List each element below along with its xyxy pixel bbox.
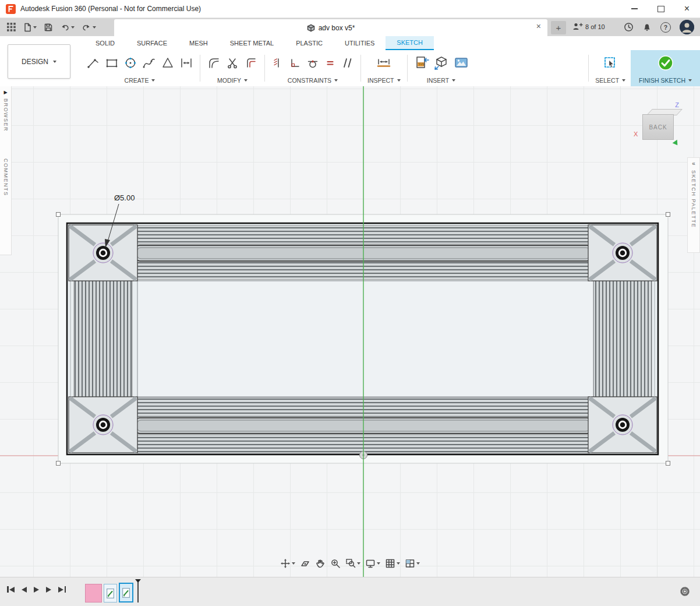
pan-hand-icon [315,558,326,569]
group-label-inspect[interactable]: INSPECT [367,75,401,85]
model-canvas[interactable]: Ø5.00 ▶ BROWSER COMMENTS « SKETCH PALETT… [0,86,700,577]
group-insert: SVG INSERT [409,50,474,86]
file-menu-button[interactable] [21,22,38,33]
perpendicular-constraint-icon[interactable] [289,57,302,69]
timeline-go-to-start-button[interactable] [7,586,15,593]
spline-tool-icon[interactable] [142,56,156,70]
trim-tool-icon[interactable] [225,56,239,70]
group-label-modify[interactable]: MODIFY [217,75,248,85]
insert-mesh-icon[interactable] [434,55,449,71]
offset-tool-icon[interactable] [244,56,258,70]
person-plus-icon [572,22,583,31]
sketch-palette-strip[interactable]: « SKETCH PALETTE [687,157,700,253]
frame-body[interactable] [67,223,658,455]
corner-bracket-bottom-left[interactable] [69,397,137,453]
equal-constraint-icon[interactable] [324,57,337,69]
measure-tool-icon[interactable] [376,56,391,70]
document-close-icon[interactable]: × [536,22,541,30]
maximize-button[interactable] [648,0,674,17]
window-controls: × [621,0,700,17]
app-grid-button[interactable] [5,22,17,33]
collaborators-badge[interactable]: 8 of 10 [572,22,605,31]
document-tab[interactable]: adv box v5* × [114,19,547,36]
tab-mesh[interactable]: MESH [178,36,219,50]
workspace-switcher[interactable]: DESIGN [8,44,70,79]
timeline-group-item[interactable] [85,584,102,603]
group-label-insert[interactable]: INSERT [427,75,455,85]
clock-icon[interactable] [624,22,634,32]
fix-constraint-icon[interactable] [271,57,284,69]
collaborators-count: 8 of 10 [585,23,605,30]
sketch-dimension-tool-icon[interactable] [179,56,193,70]
save-icon [44,23,53,32]
tab-surface[interactable]: SURFACE [126,36,178,50]
minimize-button[interactable] [621,0,648,17]
corner-bracket-top-left[interactable] [69,225,137,281]
pan-button[interactable] [314,557,327,570]
new-tab-button[interactable]: + [551,21,566,34]
close-button[interactable]: × [674,0,700,17]
parallel-constraint-icon[interactable] [341,57,354,69]
group-label-select[interactable]: SELECT [595,75,625,85]
corner-bracket-top-right[interactable] [588,225,657,281]
help-icon[interactable]: ? [660,22,671,33]
zoom-window-button[interactable] [344,557,362,570]
timeline-go-to-end-button[interactable] [58,586,66,593]
sketch-drawing[interactable]: Ø5.00 [0,86,700,577]
orbit-button[interactable] [279,557,296,570]
sketch-palette-tab[interactable]: SKETCH PALETTE [691,170,697,228]
dimension-label[interactable]: Ø5.00 [114,193,135,202]
timeline-step-forward-button[interactable] [46,587,51,593]
timeline-sketch-item-selected[interactable] [119,583,133,603]
sketch-feature-icon [122,588,130,598]
zoom-button[interactable] [329,557,342,570]
undo-button[interactable] [58,22,76,33]
group-label-create[interactable]: CREATE [125,75,155,85]
corner-bracket-bottom-right[interactable] [588,397,657,453]
group-label-constraints[interactable]: CONSTRAINTS [288,75,338,85]
polygon-tool-icon[interactable] [161,56,175,70]
tangent-constraint-icon[interactable] [306,57,319,69]
select-tool-icon[interactable] [603,55,618,71]
group-inspect: INSPECT [362,50,406,86]
insert-svg-icon[interactable]: SVG [414,55,429,71]
tab-sketch[interactable]: SKETCH [386,36,434,50]
rectangle-tool-icon[interactable] [105,56,119,70]
bell-icon[interactable] [642,23,652,32]
view-cube-front-face[interactable]: BACK [642,114,674,140]
view-cube[interactable]: BACK Z X [637,103,684,147]
fillet-tool-icon[interactable] [207,56,221,70]
look-at-button[interactable] [299,557,312,570]
ribbon-separator [407,55,408,82]
tab-utilities[interactable]: UTILITIES [334,36,386,50]
timeline-position-marker[interactable] [137,580,139,603]
save-button[interactable] [42,22,55,33]
redo-button[interactable] [80,22,98,33]
axis-x-label: X [634,131,638,138]
grid-settings-button[interactable] [384,557,401,570]
app-title: Autodesk Fusion 360 (Personal - Not for … [20,5,201,13]
browser-panel-tab[interactable]: BROWSER [3,98,9,132]
tab-plastic[interactable]: PLASTIC [285,36,334,50]
line-tool-icon[interactable] [86,56,100,70]
tab-sheet-metal[interactable]: SHEET METAL [219,36,285,50]
display-settings-button[interactable] [364,557,381,570]
circle-tool-icon[interactable] [123,56,137,70]
undo-icon [60,23,70,32]
zoom-window-icon [345,558,356,569]
caret-down-icon [71,26,75,29]
timeline-play-button[interactable] [34,587,39,593]
canvas-image-icon[interactable] [454,55,469,71]
app-grid-icon [7,23,16,31]
finish-sketch-button[interactable]: FINISH SKETCH [631,50,700,86]
tab-solid[interactable]: SOLID [84,36,126,50]
timeline-step-back-button[interactable] [22,587,27,593]
user-avatar[interactable] [680,20,694,34]
timeline-sketch-item[interactable] [104,584,117,603]
comments-panel-tab[interactable]: COMMENTS [3,158,9,196]
viewports-button[interactable] [404,557,421,570]
palette-expand-icon[interactable]: « [692,160,695,167]
timeline-settings-button[interactable] [679,586,691,597]
look-at-icon [300,558,310,569]
browser-expand-icon[interactable]: ▶ [3,90,7,95]
